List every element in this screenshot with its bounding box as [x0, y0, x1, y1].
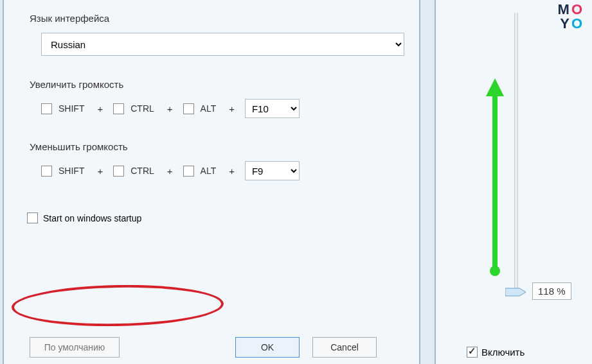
svg-marker-2	[486, 78, 504, 96]
settings-panel: Язык интерфейса Russian Увеличить громко…	[3, 0, 420, 364]
decrease-volume-section: Уменьшить громкость SHIFT + CTRL + ALT +…	[30, 141, 393, 180]
plus-sign: +	[167, 166, 173, 177]
increase-key-select[interactable]: F10	[245, 99, 300, 118]
increase-volume-section: Увеличить громкость SHIFT + CTRL + ALT +…	[30, 79, 393, 118]
shift-label: SHIFT	[58, 103, 84, 114]
increase-hotkey-row: SHIFT + CTRL + ALT + F10	[41, 99, 393, 118]
ctrl-label: CTRL	[130, 103, 154, 114]
volume-side-panel: 118 % Включить	[435, 0, 592, 364]
volume-slider-thumb[interactable]	[505, 288, 527, 297]
startup-checkbox[interactable]	[27, 212, 38, 223]
plus-sign: +	[167, 103, 173, 114]
svg-point-3	[490, 266, 500, 276]
ctrl-label: CTRL	[130, 166, 154, 176]
plus-sign: +	[97, 103, 103, 114]
default-button[interactable]: По умолчанию	[30, 337, 120, 358]
annotation-oval	[11, 283, 224, 328]
moyo-logo: MO YO	[558, 3, 584, 31]
alt-label: ALT	[201, 166, 217, 176]
startup-row: Start on windows startup	[27, 212, 393, 223]
decrease-volume-label: Уменьшить громкость	[30, 141, 393, 152]
alt-label: ALT	[201, 103, 217, 114]
enable-checkbox[interactable]	[467, 347, 478, 358]
plus-sign: +	[229, 166, 235, 177]
decrease-key-select[interactable]: F9	[245, 161, 300, 180]
language-label: Язык интерфейса	[30, 13, 393, 24]
volume-percent-box: 118 %	[532, 282, 571, 300]
language-select[interactable]: Russian	[41, 33, 404, 56]
svg-marker-0	[505, 288, 526, 296]
plus-sign: +	[97, 166, 103, 177]
decrease-shift-checkbox[interactable]	[41, 166, 52, 177]
decrease-alt-checkbox[interactable]	[183, 166, 194, 177]
volume-slider-track[interactable]	[514, 13, 518, 295]
enable-row: Включить	[467, 347, 525, 358]
slider-thumb-icon	[505, 287, 527, 297]
increase-alt-checkbox[interactable]	[183, 103, 194, 114]
ok-button[interactable]: OK	[235, 337, 300, 358]
dialog-button-row: По умолчанию OK Cancel	[30, 337, 377, 358]
annotation-arrow-icon	[482, 78, 508, 277]
decrease-ctrl-checkbox[interactable]	[113, 166, 124, 177]
enable-label: Включить	[481, 347, 525, 358]
increase-volume-label: Увеличить громкость	[30, 79, 393, 90]
increase-shift-checkbox[interactable]	[41, 103, 52, 114]
language-section: Язык интерфейса Russian	[30, 13, 393, 56]
plus-sign: +	[229, 103, 235, 114]
shift-label: SHIFT	[58, 166, 84, 176]
cancel-button[interactable]: Cancel	[312, 337, 377, 358]
startup-label: Start on windows startup	[43, 213, 141, 223]
increase-ctrl-checkbox[interactable]	[113, 103, 124, 114]
decrease-hotkey-row: SHIFT + CTRL + ALT + F9	[41, 161, 393, 180]
